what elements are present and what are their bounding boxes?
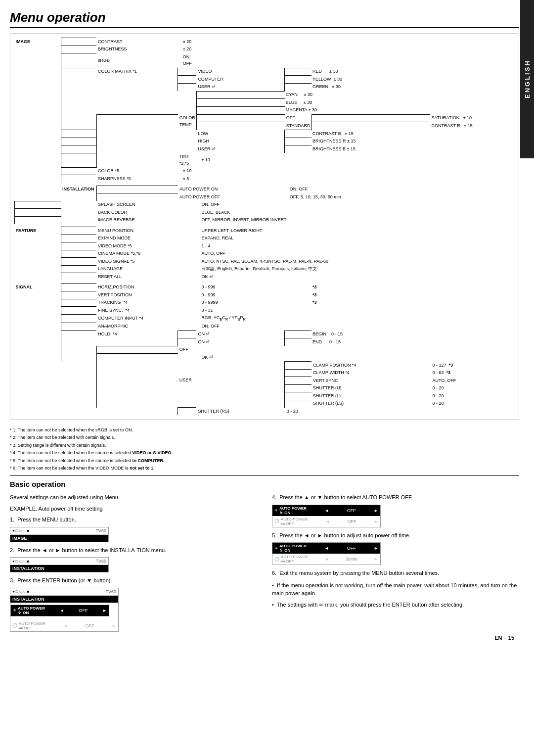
page-title: Menu operation [10, 10, 519, 28]
right-auto-power-off-inactive: 🕐 AUTO POWER🛏 OFF ◄ OFF ► [272, 516, 380, 527]
step-6-text: 6. Exit the menu system by pressing the … [272, 569, 519, 577]
menu-icons-2: ● □ opt. ■ [12, 559, 29, 564]
note-5: * 5: The item can not be selected when t… [10, 457, 519, 464]
step-2-text: 2. Press the ◄ or ► button to select the… [10, 546, 257, 555]
right2-auto-power-off-inactive: 🕐 AUTO POWER🛏 OFF ◄ 30min ► [272, 554, 380, 565]
active-menu-item-2: INSTALLATION [10, 565, 108, 572]
menu-box-3: ● □ opt. ■ TV60 INSTALLATION ☀ AUTO POWE… [10, 588, 119, 632]
page-number: EN – 15 [494, 635, 514, 641]
side-language-label: ENGLISH [520, 0, 534, 158]
basic-left-column: Several settings can be adjusted using M… [10, 493, 257, 636]
note-1: * 1: The item can not be selected when t… [10, 426, 519, 433]
tv-label-1: TV60 [95, 528, 106, 533]
note-3: * 3: Setting range is different with cer… [10, 442, 519, 449]
active-menu-item-1: IMAGE [10, 535, 108, 542]
right-auto-power-on-active: ☀ AUTO POWER⭍ ON ◄ OFF ► [272, 505, 380, 516]
menu-box-1: ● □ opt. ■ TV60 IMAGE [10, 527, 109, 542]
auto-power-on-row-active: ☀ AUTO POWER⭍ ON ◄ OFF ► [10, 605, 109, 616]
note-6: * 6: The item can not be selected when t… [10, 465, 519, 472]
menu-diagram: IMAGE CONTRAST ± 20 BRIGHTNESS ± 20 sRGB… [10, 33, 519, 420]
right-power-box-2: ☀ AUTO POWER⭍ ON ◄ OFF ► 🕐 AUTO POWER🛏 O… [272, 542, 381, 565]
step-1-text: 1. Press the MENU button. [10, 516, 257, 524]
note-2: * 2: The item can not be selected with c… [10, 434, 519, 441]
step-4-text: 4. Press the ▲ or ▼ button to select AUT… [272, 493, 519, 502]
example-label: EXAMPLE: Auto power off time setting [10, 505, 257, 513]
basic-right-column: 4. Press the ▲ or ▼ button to select AUT… [272, 493, 519, 636]
tv-label-3: TV60 [105, 589, 116, 594]
bullet-2: • The settings with ⏎ mark, you should p… [272, 601, 519, 609]
menu-icons: ● □ opt. ■ [12, 528, 29, 533]
right-power-box-1: ☀ AUTO POWER⭍ ON ◄ OFF ► 🕐 AUTO POWER🛏 O… [272, 505, 381, 527]
step-3-text: 3. Press the ENTER button (or ▼ button). [10, 576, 257, 585]
step-5-text: 5. Press the ◄ or ► button to adjust aut… [272, 531, 519, 540]
basic-intro: Several settings can be adjusted using M… [10, 493, 257, 502]
right2-auto-power-on-active: ☀ AUTO POWER⭍ ON ◄ OFF ► [272, 543, 380, 554]
menu-icons-3: ● □ opt. ■ [12, 589, 29, 594]
note-4: * 4: The item can not be selected when t… [10, 449, 519, 456]
installation-header: INSTALLATION [10, 596, 118, 603]
tv-label-2: TV60 [95, 559, 106, 564]
bullet-1: • If the menu operation is not working, … [272, 581, 519, 598]
basic-operation-title: Basic operation [10, 480, 519, 488]
menu-box-2: ● □ opt. ■ TV60 INSTALLATION [10, 557, 109, 572]
auto-power-off-row-inactive: 🕐 AUTO POWER🛏 OFF ◄ OFF ► [10, 620, 118, 631]
notes-section: * 1: The item can not be selected when t… [10, 426, 519, 472]
